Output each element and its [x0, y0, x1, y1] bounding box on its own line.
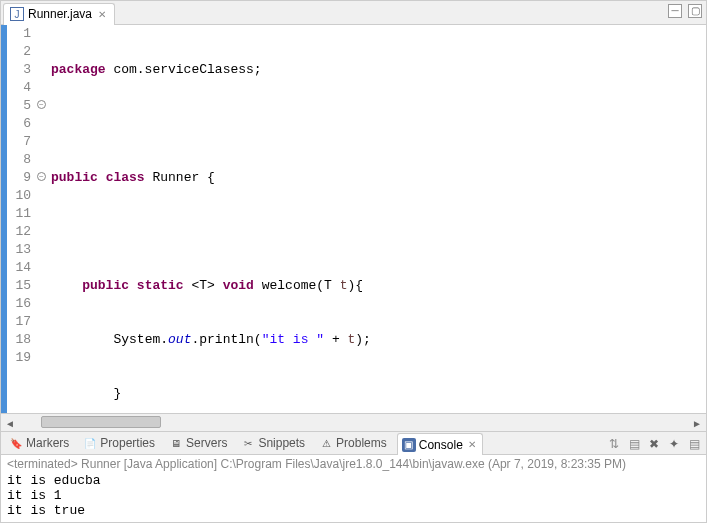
fold-strip: − − [35, 25, 49, 413]
console-icon: ▣ [402, 438, 416, 452]
snippets-icon: ✂ [241, 436, 255, 450]
close-icon[interactable]: ✕ [466, 439, 478, 450]
tab-problems[interactable]: ⚠Problems [315, 434, 391, 452]
console-output[interactable]: it is educbait is 1it is true [1, 473, 706, 522]
horizontal-scrollbar[interactable]: ◄ ► [1, 413, 706, 431]
fold-toggle-icon[interactable]: − [37, 100, 46, 109]
tab-properties[interactable]: 📄Properties [79, 434, 159, 452]
maximize-icon[interactable]: ▢ [688, 4, 702, 18]
code-editor[interactable]: 12345678910111213141516171819 − − packag… [1, 25, 706, 413]
tabbar-controls: ─ ▢ [668, 4, 702, 18]
servers-icon: 🖥 [169, 436, 183, 450]
line-number-gutter: 12345678910111213141516171819 [7, 25, 35, 413]
scrollbar-thumb[interactable] [41, 416, 161, 428]
pin-icon[interactable]: ⇅ [606, 436, 622, 452]
scroll-right-icon[interactable]: ► [690, 416, 704, 430]
remove-launch-icon[interactable]: ✖ [646, 436, 662, 452]
editor-tabbar: J Runner.java ✕ ─ ▢ [1, 1, 706, 25]
editor-tab-runner[interactable]: J Runner.java ✕ [3, 3, 115, 25]
bottom-view-tabbar: 🔖Markers 📄Properties 🖥Servers ✂Snippets … [1, 431, 706, 455]
properties-icon: 📄 [83, 436, 97, 450]
open-console-icon[interactable]: ▤ [686, 436, 702, 452]
tab-snippets[interactable]: ✂Snippets [237, 434, 309, 452]
tab-markers[interactable]: 🔖Markers [5, 434, 73, 452]
tab-servers[interactable]: 🖥Servers [165, 434, 231, 452]
markers-icon: 🔖 [9, 436, 23, 450]
tab-console[interactable]: ▣Console ✕ [397, 433, 483, 455]
problems-icon: ⚠ [319, 436, 333, 450]
editor-tab-label: Runner.java [28, 7, 92, 21]
console-status: <terminated> Runner [Java Application] C… [1, 455, 706, 473]
console-toolbar: ⇅ ▤ ✖ ✦ ▤ [606, 436, 702, 452]
code-area[interactable]: package com.serviceClasess; public class… [49, 25, 706, 413]
fold-toggle-icon[interactable]: − [37, 172, 46, 181]
minimize-icon[interactable]: ─ [668, 4, 682, 18]
close-icon[interactable]: ✕ [96, 9, 108, 20]
scroll-left-icon[interactable]: ◄ [3, 416, 17, 430]
display-selected-icon[interactable]: ▤ [626, 436, 642, 452]
java-file-icon: J [10, 7, 24, 21]
remove-all-icon[interactable]: ✦ [666, 436, 682, 452]
